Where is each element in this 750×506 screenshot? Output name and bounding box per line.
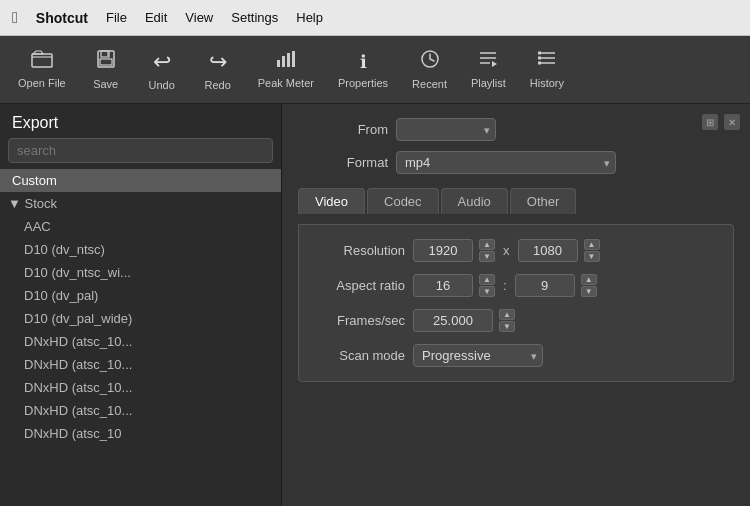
redo-label: Redo <box>205 79 231 91</box>
from-label: From <box>298 122 388 137</box>
svg-rect-17 <box>538 52 541 55</box>
properties-button[interactable]: ℹ Properties <box>328 45 398 95</box>
aspect-height-input[interactable] <box>515 274 575 297</box>
list-item[interactable]: Custom <box>0 169 281 192</box>
format-select[interactable]: mp4 <box>396 151 616 174</box>
close-button[interactable]: ✕ <box>724 114 740 130</box>
undo-icon: ↩ <box>153 49 171 75</box>
window-controls: ⊞ ✕ <box>702 114 740 130</box>
tab-codec[interactable]: Codec <box>367 188 439 214</box>
menu-file[interactable]: File <box>106 10 127 25</box>
redo-button[interactable]: ↪ Redo <box>192 43 244 97</box>
list-item[interactable]: DNxHD (atsc_10... <box>0 399 281 422</box>
save-icon <box>96 49 116 74</box>
tab-audio[interactable]: Audio <box>441 188 508 214</box>
save-button[interactable]: Save <box>80 43 132 96</box>
format-select-wrapper: mp4 <box>396 151 616 174</box>
list-item[interactable]: DNxHD (atsc_10 <box>0 422 281 445</box>
frames-sec-label: Frames/sec <box>315 313 405 328</box>
svg-rect-7 <box>287 53 290 67</box>
resolution-height-input[interactable] <box>518 239 578 262</box>
from-select[interactable] <box>396 118 496 141</box>
open-file-button[interactable]: Open File <box>8 44 76 95</box>
aspect-colon-separator: : <box>503 278 507 293</box>
menu-edit[interactable]: Edit <box>145 10 167 25</box>
list-item[interactable]: D10 (dv_ntsc_wi... <box>0 261 281 284</box>
frames-sec-row: Frames/sec ▲ ▼ <box>315 309 717 332</box>
tab-other[interactable]: Other <box>510 188 577 214</box>
resolution-row: Resolution ▲ ▼ x ▲ ▼ <box>315 239 717 262</box>
tab-video[interactable]: Video <box>298 188 365 214</box>
list-item[interactable]: D10 (dv_pal) <box>0 284 281 307</box>
resolution-height-up[interactable]: ▲ <box>584 239 600 250</box>
frames-sec-input[interactable] <box>413 309 493 332</box>
svg-rect-6 <box>282 56 285 67</box>
svg-rect-5 <box>277 60 280 67</box>
peak-meter-icon <box>275 50 297 73</box>
resolution-width-input[interactable] <box>413 239 473 262</box>
open-file-icon <box>31 50 53 73</box>
from-select-wrapper <box>396 118 496 141</box>
apple-icon:  <box>12 9 18 27</box>
peak-meter-button[interactable]: Peak Meter <box>248 44 324 95</box>
resolution-width-down[interactable]: ▼ <box>479 251 495 262</box>
frames-spinners: ▲ ▼ <box>499 309 515 332</box>
resolution-height-group: ▲ ▼ <box>518 239 600 262</box>
restore-button[interactable]: ⊞ <box>702 114 718 130</box>
content-area: ⊞ ✕ From Format mp4 Video Codec <box>282 104 750 506</box>
menu-bar:  Shotcut File Edit View Settings Help <box>0 0 750 36</box>
menu-view[interactable]: View <box>185 10 213 25</box>
frames-up[interactable]: ▲ <box>499 309 515 320</box>
export-title: Export <box>0 104 281 138</box>
aspect-width-down[interactable]: ▼ <box>479 286 495 297</box>
playlist-button[interactable]: Playlist <box>461 44 516 95</box>
list-item[interactable]: DNxHD (atsc_10... <box>0 353 281 376</box>
aspect-height-down[interactable]: ▼ <box>581 286 597 297</box>
menu-help[interactable]: Help <box>296 10 323 25</box>
aspect-width-spinners: ▲ ▼ <box>479 274 495 297</box>
scan-mode-row: Scan mode Progressive Interlaced <box>315 344 717 367</box>
history-button[interactable]: History <box>520 44 574 95</box>
search-input[interactable] <box>8 138 273 163</box>
list-item[interactable]: D10 (dv_pal_wide) <box>0 307 281 330</box>
history-label: History <box>530 77 564 89</box>
svg-rect-3 <box>100 59 112 65</box>
format-row: Format mp4 <box>298 151 734 174</box>
aspect-ratio-row: Aspect ratio ▲ ▼ : ▲ ▼ <box>315 274 717 297</box>
properties-icon: ℹ <box>360 51 367 73</box>
main-area: Export Custom ▼ Stock AAC D10 (dv_ntsc) … <box>0 104 750 506</box>
list-item[interactable]: D10 (dv_ntsc) <box>0 238 281 261</box>
menu-settings[interactable]: Settings <box>231 10 278 25</box>
recent-icon <box>420 49 440 74</box>
aspect-width-up[interactable]: ▲ <box>479 274 495 285</box>
from-row: From <box>298 118 734 141</box>
list-item[interactable]: DNxHD (atsc_10... <box>0 376 281 399</box>
undo-button[interactable]: ↩ Undo <box>136 43 188 97</box>
tabs: Video Codec Audio Other <box>298 188 734 214</box>
aspect-height-up[interactable]: ▲ <box>581 274 597 285</box>
list-item[interactable]: DNxHD (atsc_10... <box>0 330 281 353</box>
redo-icon: ↪ <box>209 49 227 75</box>
scan-mode-select[interactable]: Progressive Interlaced <box>413 344 543 367</box>
app-name: Shotcut <box>36 10 88 26</box>
sidebar-list[interactable]: Custom ▼ Stock AAC D10 (dv_ntsc) D10 (dv… <box>0 169 281 506</box>
resolution-width-up[interactable]: ▲ <box>479 239 495 250</box>
resolution-height-down[interactable]: ▼ <box>584 251 600 262</box>
scan-mode-label: Scan mode <box>315 348 405 363</box>
undo-label: Undo <box>149 79 175 91</box>
playlist-icon <box>478 50 498 73</box>
svg-rect-8 <box>292 51 295 67</box>
list-item[interactable]: ▼ Stock <box>0 192 281 215</box>
svg-rect-0 <box>32 54 52 67</box>
aspect-width-input[interactable] <box>413 274 473 297</box>
svg-marker-13 <box>492 61 497 67</box>
aspect-height-spinners: ▲ ▼ <box>581 274 597 297</box>
recent-button[interactable]: Recent <box>402 43 457 96</box>
svg-rect-18 <box>538 57 541 60</box>
list-item[interactable]: AAC <box>0 215 281 238</box>
frames-down[interactable]: ▼ <box>499 321 515 332</box>
aspect-width-group: ▲ ▼ <box>413 274 495 297</box>
resolution-width-group: ▲ ▼ <box>413 239 495 262</box>
frames-group: ▲ ▼ <box>413 309 515 332</box>
sidebar-items: Custom ▼ Stock AAC D10 (dv_ntsc) D10 (dv… <box>0 169 281 445</box>
